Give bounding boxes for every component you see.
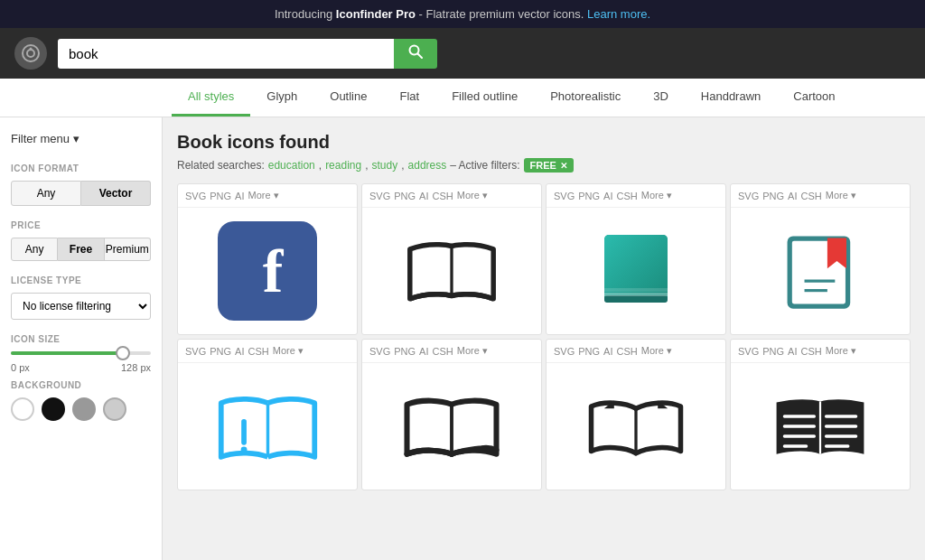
svg-rect-8 — [604, 293, 668, 296]
icon-card-5-body[interactable] — [178, 363, 357, 490]
fmt-png-2[interactable]: PNG — [394, 191, 416, 201]
tab-all-styles[interactable]: All styles — [172, 79, 250, 117]
tab-photorealistic[interactable]: Photorealistic — [534, 79, 637, 117]
icon-card-7-body[interactable] — [547, 363, 725, 490]
bg-dark-gray-circle[interactable] — [103, 397, 126, 421]
icon-card-1-body[interactable]: f — [178, 208, 357, 334]
icon-card-2-header: SVG PNG AI CSH More ▾ — [362, 184, 541, 208]
price-any-button[interactable]: Any — [11, 238, 58, 261]
icon-card-4-body[interactable] — [731, 208, 910, 334]
results-header: Book icons found Related searches: educa… — [177, 132, 911, 173]
free-badge-label: FREE — [530, 160, 556, 171]
slider-thumb[interactable] — [116, 346, 130, 360]
banner-text-before: Introducing — [275, 7, 336, 21]
nav-tabs: All styles Glyph Outline Flat Filled out… — [0, 79, 925, 117]
license-select[interactable]: No license filtering — [11, 293, 151, 320]
tab-handdrawn[interactable]: Handdrawn — [685, 79, 778, 117]
svg-rect-6 — [604, 235, 668, 303]
fmt-png-1[interactable]: PNG — [210, 191, 231, 201]
tab-flat[interactable]: Flat — [383, 79, 435, 117]
fmt-ai-3[interactable]: AI — [603, 191, 612, 201]
icon-card-5: SVG PNG AI CSH More ▾ — [177, 339, 358, 490]
blue-open-book-icon — [216, 382, 320, 471]
free-badge-close[interactable]: ✕ — [560, 161, 567, 171]
fmt-csh-6[interactable]: CSH — [432, 346, 453, 357]
icon-card-6-header: SVG PNG AI CSH More ▾ — [362, 340, 541, 363]
search-input[interactable] — [58, 39, 394, 69]
related-label: Related searches: — [177, 159, 265, 172]
fmt-csh-2[interactable]: CSH — [432, 191, 453, 201]
more-button-7[interactable]: More ▾ — [641, 345, 672, 357]
fmt-ai-8[interactable]: AI — [788, 346, 797, 357]
more-button-2[interactable]: More ▾ — [457, 190, 488, 201]
fmt-png-4[interactable]: PNG — [762, 191, 784, 201]
related-address[interactable]: address — [408, 159, 447, 172]
svg-line-4 — [418, 54, 423, 59]
price-free-button[interactable]: Free — [58, 238, 104, 261]
fmt-svg-8[interactable]: SVG — [738, 346, 759, 357]
fmt-svg-5[interactable]: SVG — [185, 346, 206, 357]
tab-glyph[interactable]: Glyph — [250, 79, 313, 117]
fmt-png-6[interactable]: PNG — [394, 346, 416, 357]
fmt-ai-7[interactable]: AI — [603, 346, 612, 357]
fmt-svg-2[interactable]: SVG — [369, 191, 390, 201]
format-vector-button[interactable]: Vector — [81, 181, 151, 206]
fmt-svg-4[interactable]: SVG — [738, 191, 759, 201]
filter-menu-label: Filter menu — [11, 132, 70, 145]
icon-format-group: Any Vector — [11, 181, 151, 206]
bookmark-book-icon — [778, 229, 864, 314]
more-button-1[interactable]: More ▾ — [248, 190, 278, 201]
more-button-8[interactable]: More ▾ — [826, 345, 856, 357]
fmt-svg-3[interactable]: SVG — [554, 191, 575, 201]
icon-card-3-body[interactable] — [547, 208, 725, 334]
fmt-png-8[interactable]: PNG — [762, 346, 784, 357]
fmt-svg-6[interactable]: SVG — [369, 346, 390, 357]
bg-white-circle[interactable] — [11, 397, 34, 421]
more-button-4[interactable]: More ▾ — [826, 190, 856, 201]
search-bar — [58, 39, 437, 69]
icon-card-2-body[interactable] — [362, 208, 541, 334]
fmt-ai-1[interactable]: AI — [235, 191, 244, 201]
fmt-csh-7[interactable]: CSH — [616, 346, 637, 357]
icon-card-8-body[interactable] — [731, 363, 910, 490]
banner-brand: Iconfinder Pro — [336, 7, 416, 21]
bg-gray-circle[interactable] — [72, 397, 96, 421]
fmt-csh-8[interactable]: CSH — [800, 346, 821, 357]
fmt-csh-5[interactable]: CSH — [248, 346, 268, 357]
tab-3d[interactable]: 3D — [637, 79, 685, 117]
tab-filled-outline[interactable]: Filled outline — [435, 79, 534, 117]
related-searches: Related searches: education, reading, st… — [177, 158, 911, 173]
icon-card-6-body[interactable] — [362, 363, 541, 490]
size-slider-container — [11, 351, 151, 355]
fmt-png-3[interactable]: PNG — [578, 191, 600, 201]
fmt-png-7[interactable]: PNG — [578, 346, 600, 357]
tab-cartoon[interactable]: Cartoon — [777, 79, 851, 117]
fmt-ai-5[interactable]: AI — [235, 346, 244, 357]
logo[interactable] — [14, 37, 47, 70]
related-study[interactable]: study — [372, 159, 398, 172]
svg-rect-9 — [604, 288, 668, 292]
more-button-5[interactable]: More ▾ — [273, 345, 304, 357]
banner-learn-more[interactable]: Learn more. — [587, 7, 650, 21]
format-any-button[interactable]: Any — [11, 181, 81, 206]
main-layout: Filter menu ▾ ICON FORMAT Any Vector PRI… — [0, 117, 925, 560]
fmt-csh-4[interactable]: CSH — [800, 191, 821, 201]
fmt-svg-1[interactable]: SVG — [185, 191, 206, 201]
related-reading[interactable]: reading — [325, 159, 361, 172]
fmt-ai-2[interactable]: AI — [419, 191, 428, 201]
slider-track — [11, 351, 151, 355]
fmt-ai-6[interactable]: AI — [419, 346, 428, 357]
fmt-png-5[interactable]: PNG — [210, 346, 231, 357]
fmt-ai-4[interactable]: AI — [788, 191, 797, 201]
price-premium-button[interactable]: Premium — [105, 238, 151, 261]
tab-outline[interactable]: Outline — [313, 79, 383, 117]
icon-card-3-header: SVG PNG AI CSH More ▾ — [547, 184, 725, 208]
more-button-3[interactable]: More ▾ — [641, 190, 672, 201]
filter-menu-button[interactable]: Filter menu ▾ — [11, 132, 151, 145]
more-button-6[interactable]: More ▾ — [457, 345, 488, 357]
bg-black-circle[interactable] — [42, 397, 65, 421]
fmt-csh-3[interactable]: CSH — [616, 191, 637, 201]
search-button[interactable] — [394, 39, 437, 69]
fmt-svg-7[interactable]: SVG — [554, 346, 575, 357]
related-education[interactable]: education — [268, 159, 315, 172]
